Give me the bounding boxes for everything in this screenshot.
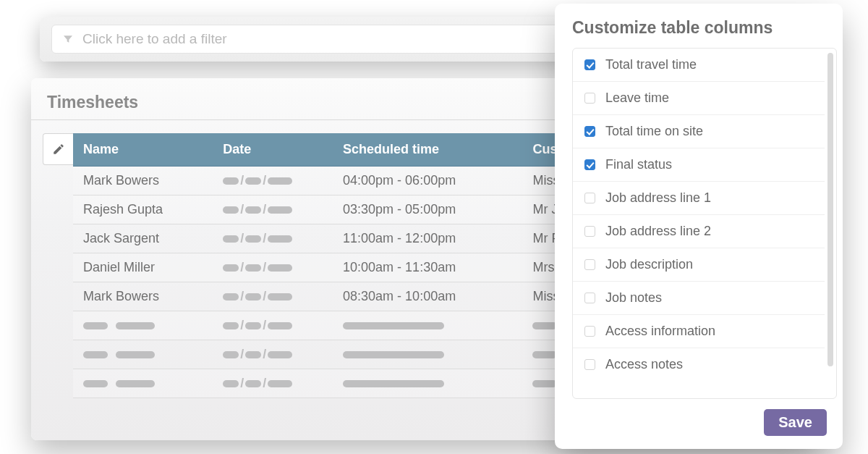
cell-scheduled: 10:00am - 11:30am (333, 253, 522, 282)
cell-scheduled: 11:00am - 12:00pm (333, 224, 522, 253)
customize-columns-panel: Customize table columns Total travel tim… (555, 4, 843, 449)
pencil-icon (52, 143, 65, 156)
option-label: Job address line 2 (605, 224, 711, 239)
column-option[interactable]: Final status (573, 148, 825, 182)
col-date[interactable]: Date (213, 133, 333, 167)
column-option[interactable]: Total time on site (573, 115, 825, 148)
column-option[interactable]: Job notes (573, 282, 825, 315)
cell-date: // (213, 167, 333, 196)
cell-name: Mark Bowers (73, 167, 213, 196)
option-label: Leave time (605, 91, 669, 106)
filter-icon (62, 33, 74, 45)
filter-placeholder: Click here to add a filter (82, 31, 227, 47)
checkbox-icon (584, 93, 595, 104)
column-options: Total travel timeLeave timeTotal time on… (572, 48, 837, 399)
option-label: Final status (605, 157, 672, 172)
cell-name: Jack Sargent (73, 224, 213, 253)
cell-name: Rajesh Gupta (73, 196, 213, 224)
option-label: Total travel time (605, 57, 697, 72)
checkbox-icon (584, 126, 595, 137)
option-label: Job description (605, 257, 693, 272)
column-option[interactable]: Total travel time (573, 49, 825, 82)
option-label: Access information (605, 324, 715, 339)
cell-name: Mark Bowers (73, 282, 213, 311)
col-scheduled[interactable]: Scheduled time (333, 133, 522, 167)
column-option[interactable]: Access notes (573, 348, 825, 381)
edit-columns-button[interactable] (43, 133, 73, 165)
checkbox-icon (584, 259, 595, 270)
column-option[interactable]: Job address line 1 (573, 182, 825, 215)
cell-date: // (213, 282, 333, 311)
column-option[interactable]: Job address line 2 (573, 215, 825, 248)
checkbox-icon (584, 159, 595, 170)
checkbox-icon (584, 326, 595, 337)
option-label: Job address line 1 (605, 190, 711, 206)
column-option[interactable]: Job description (573, 248, 825, 282)
cell-scheduled: 04:00pm - 06:00pm (333, 167, 522, 196)
cell-date: // (213, 224, 333, 253)
cell-date: // (213, 253, 333, 282)
checkbox-icon (584, 359, 595, 370)
column-option[interactable]: Access information (573, 315, 825, 348)
options-scrollbar[interactable] (825, 49, 836, 398)
cell-scheduled: 08:30am - 10:00am (333, 282, 522, 311)
checkbox-icon (584, 59, 595, 70)
col-name[interactable]: Name (73, 133, 213, 167)
panel-title: Customize table columns (572, 18, 841, 38)
cell-date: // (213, 196, 333, 224)
option-label: Access notes (605, 357, 683, 372)
option-label: Total time on site (605, 124, 703, 139)
checkbox-icon (584, 193, 595, 203)
cell-name: Daniel Miller (73, 253, 213, 282)
save-button[interactable]: Save (764, 409, 827, 436)
option-label: Job notes (605, 290, 662, 306)
column-option[interactable]: Leave time (573, 82, 825, 115)
checkbox-icon (584, 293, 595, 303)
cell-scheduled: 03:30pm - 05:00pm (333, 196, 522, 224)
checkbox-icon (584, 226, 595, 237)
